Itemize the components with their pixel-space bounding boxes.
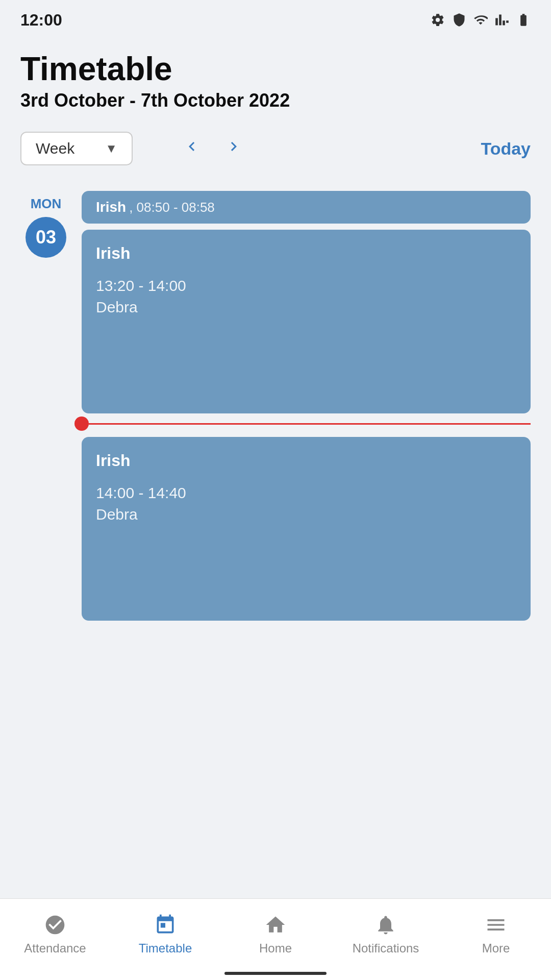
check-circle-icon (44, 914, 66, 936)
main-content: Timetable 3rd October - 7th October 2022… (0, 36, 551, 627)
shield-icon (452, 13, 466, 27)
bottom-nav: Attendance Timetable Home Notifications … (0, 898, 551, 980)
nav-item-home[interactable]: Home (235, 914, 316, 955)
event-3-time: 14:00 - 14:40 (96, 484, 516, 502)
nav-label-attendance: Attendance (24, 941, 86, 955)
event-1-title: Irish (96, 199, 126, 215)
nav-label-home: Home (259, 941, 292, 955)
home-indicator (224, 972, 327, 975)
menu-icon (485, 914, 507, 936)
nav-item-timetable[interactable]: Timetable (124, 914, 206, 955)
today-button[interactable]: Today (481, 139, 531, 159)
events-column: Irish, 08:50 - 08:58 Irish 13:20 - 14:00… (82, 191, 531, 627)
week-dropdown[interactable]: Week ▼ (20, 132, 133, 165)
status-icons (431, 13, 531, 27)
controls-row: Week ▼ Today (20, 132, 531, 165)
nav-arrows (179, 133, 247, 164)
week-dropdown-label: Week (36, 140, 97, 157)
page-date-range: 3rd October - 7th October 2022 (20, 90, 531, 111)
battery-icon (516, 13, 531, 27)
prev-week-button[interactable] (179, 133, 205, 164)
calendar-icon (154, 914, 177, 936)
timetable-area: MON 03 Irish, 08:50 - 08:58 Irish 13:20 … (20, 191, 531, 627)
event-1-time: , 08:50 - 08:58 (129, 200, 215, 215)
nav-label-notifications: Notifications (353, 941, 419, 955)
event-2-teacher: Debra (96, 299, 516, 316)
event-2-time: 13:20 - 14:00 (96, 277, 516, 295)
nav-item-more[interactable]: More (455, 914, 537, 955)
current-time-indicator (82, 416, 531, 431)
day-label: MON (31, 196, 62, 212)
bell-icon (374, 914, 397, 936)
event-card-3[interactable]: Irish 14:00 - 14:40 Debra (82, 437, 531, 621)
event-card-2[interactable]: Irish 13:20 - 14:00 Debra (82, 230, 531, 413)
nav-label-timetable: Timetable (139, 941, 192, 955)
status-bar: 12:00 (0, 0, 551, 36)
status-time: 12:00 (20, 11, 62, 30)
day-number: 03 (26, 217, 66, 258)
event-3-teacher: Debra (96, 506, 516, 523)
time-line (89, 423, 531, 425)
time-dot (74, 416, 89, 431)
nav-label-more: More (482, 941, 510, 955)
page-title: Timetable (20, 51, 531, 87)
wifi-icon (473, 13, 488, 27)
next-week-button[interactable] (220, 133, 247, 164)
event-2-title: Irish (96, 244, 516, 263)
signal-icon (495, 13, 509, 27)
dropdown-arrow-icon: ▼ (105, 141, 117, 156)
nav-item-notifications[interactable]: Notifications (345, 914, 427, 955)
home-icon (264, 914, 287, 936)
settings-icon (431, 13, 445, 27)
event-3-title: Irish (96, 451, 516, 470)
day-column-mon: MON 03 (20, 191, 71, 627)
event-card-1[interactable]: Irish, 08:50 - 08:58 (82, 191, 531, 224)
nav-item-attendance[interactable]: Attendance (14, 914, 96, 955)
